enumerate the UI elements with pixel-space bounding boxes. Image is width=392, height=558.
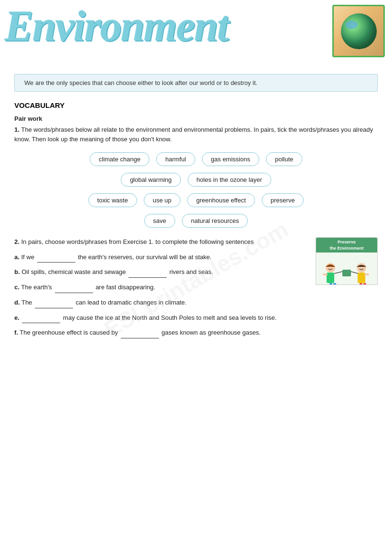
- svg-rect-10: [363, 283, 366, 285]
- exercise2-illustration: Preserve the Environment: [316, 237, 378, 343]
- sentence-item: f. The greenhouse effect is caused by ga…: [14, 328, 306, 338]
- sentence-item: a. If we the earth's reserves, our survi…: [14, 253, 306, 263]
- vocab-pill: holes in the ozone layer: [188, 173, 271, 187]
- sentence-after: may cause the ice at the North and South…: [63, 314, 276, 321]
- sentence-after: are fast disappearing.: [95, 284, 155, 291]
- vocabulary-grid: climate changeharmfulgas emissionspollut…: [14, 152, 378, 228]
- main-content: VOCABULARY Pair work 1. The words/phrase…: [0, 101, 392, 343]
- vocab-pill: greenhouse effect: [187, 193, 255, 207]
- sentence-label: a.: [14, 253, 20, 261]
- fill-blank[interactable]: [55, 283, 93, 293]
- pair-work-label: Pair work: [14, 115, 378, 122]
- vocab-pill: preserve: [262, 193, 304, 207]
- sentence-label: d.: [14, 299, 20, 306]
- fill-blank[interactable]: [121, 328, 159, 338]
- svg-rect-2: [327, 273, 334, 283]
- svg-rect-9: [360, 283, 362, 285]
- quote-box: We are the only species that can choose …: [14, 74, 378, 92]
- header-section: Environment: [0, 0, 392, 69]
- exercise2-number: 2.: [14, 238, 20, 245]
- svg-point-6: [357, 263, 366, 273]
- svg-rect-4: [329, 283, 332, 285]
- sentence-before: The: [21, 299, 32, 306]
- sentence-list: a. If we the earth's reserves, our survi…: [14, 253, 306, 339]
- sentence-label: c.: [14, 284, 20, 291]
- svg-rect-5: [333, 283, 336, 285]
- vocab-pill: global warming: [121, 173, 180, 187]
- sentence-before: If we: [21, 253, 34, 261]
- sentence-after: rivers and seas.: [170, 268, 213, 275]
- vocab-pill: use up: [144, 193, 180, 207]
- sentence-after: gases known as greenhouse gases.: [161, 329, 260, 336]
- sentence-item: d. The can lead to dramatic changes in c…: [14, 298, 306, 308]
- sentence-after: can lead to dramatic changes in climate.: [76, 299, 187, 306]
- sentence-before: The greenhouse effect is caused by: [20, 329, 118, 336]
- svg-line-12: [351, 272, 358, 274]
- svg-line-11: [334, 272, 342, 274]
- banner-line2: the Environment: [319, 245, 374, 252]
- sentence-before: Oil spills, chemical waste and sewage: [21, 268, 126, 275]
- fill-blank[interactable]: [22, 313, 60, 324]
- sentence-item: b. Oil spills, chemical waste and sewage…: [14, 267, 306, 278]
- svg-rect-8: [364, 274, 369, 275]
- exercise2-title: 2. In pairs, choose words/phrases from E…: [14, 237, 306, 247]
- vocab-row: savenatural resources: [14, 214, 378, 228]
- vocab-pill: natural resources: [182, 214, 248, 228]
- sentence-before: The earth's: [21, 284, 52, 291]
- exercise1-number: 1.: [14, 126, 20, 133]
- svg-rect-13: [342, 270, 351, 276]
- vocab-pill: save: [144, 214, 175, 228]
- exercise1-instruction: 1. The words/phrases below all relate to…: [14, 125, 378, 144]
- svg-rect-7: [358, 273, 365, 283]
- sentence-label: b.: [14, 268, 20, 275]
- sentence-item: e. may cause the ice at the North and So…: [14, 313, 306, 324]
- exercise2-section: 2. In pairs, choose words/phrases from E…: [14, 237, 378, 343]
- vocab-row: global warmingholes in the ozone layer: [14, 173, 378, 187]
- exercise2-intro: In pairs, choose words/phrases from Exer…: [21, 238, 254, 245]
- quote-text: We are the only species that can choose …: [24, 79, 257, 86]
- illustration-scene: Preserve the Environment: [316, 237, 378, 285]
- fill-blank[interactable]: [35, 298, 73, 308]
- sentence-after: the earth's reserves, our survival will …: [78, 253, 212, 261]
- vocab-row: climate changeharmfulgas emissionspollut…: [14, 152, 378, 166]
- vocab-pill: harmful: [156, 152, 195, 166]
- kids-svg: [316, 253, 377, 285]
- vocab-pill: toxic waste: [88, 193, 137, 207]
- vocab-pill: pollute: [266, 152, 302, 166]
- vocabulary-title: VOCABULARY: [14, 101, 378, 109]
- fill-blank[interactable]: [128, 267, 167, 278]
- sentence-label: e.: [14, 314, 20, 321]
- banner-line1: Preserve: [319, 239, 374, 245]
- sentence-label: f.: [14, 329, 18, 336]
- globe-image: [332, 5, 385, 57]
- illustration-banner: Preserve the Environment: [316, 238, 377, 253]
- svg-rect-3: [323, 274, 328, 275]
- globe-graphic: [341, 13, 377, 49]
- vocab-pill: gas emissions: [202, 152, 259, 166]
- exercise2-text-area: 2. In pairs, choose words/phrases from E…: [14, 237, 306, 343]
- exercise1-text: The words/phrases below all relate to th…: [14, 126, 373, 143]
- vocab-pill: climate change: [90, 152, 149, 166]
- vocab-row: toxic wasteuse upgreenhouse effectpreser…: [14, 193, 378, 207]
- fill-blank[interactable]: [37, 253, 75, 263]
- sentence-item: c. The earth's are fast disappearing.: [14, 283, 306, 293]
- vocabulary-section: VOCABULARY Pair work 1. The words/phrase…: [14, 101, 378, 228]
